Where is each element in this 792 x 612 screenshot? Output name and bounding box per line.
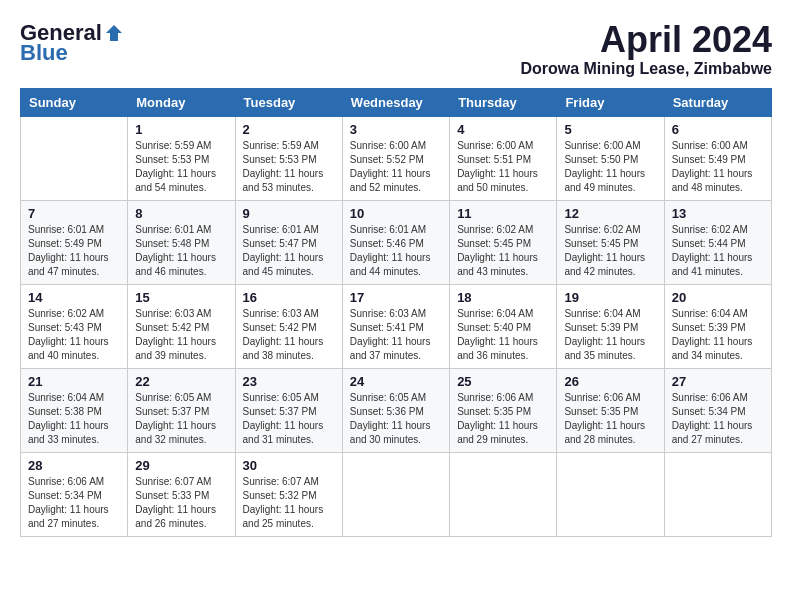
calendar-cell: 16Sunrise: 6:03 AMSunset: 5:42 PMDayligh… [235, 284, 342, 368]
calendar-cell: 17Sunrise: 6:03 AMSunset: 5:41 PMDayligh… [342, 284, 449, 368]
day-number: 2 [243, 122, 335, 137]
calendar-cell [21, 116, 128, 200]
calendar-cell: 9Sunrise: 6:01 AMSunset: 5:47 PMDaylight… [235, 200, 342, 284]
page-header: General Blue April 2024 Dorowa Mining Le… [20, 20, 772, 78]
day-number: 21 [28, 374, 120, 389]
weekday-header-sunday: Sunday [21, 88, 128, 116]
day-number: 8 [135, 206, 227, 221]
weekday-header-friday: Friday [557, 88, 664, 116]
calendar-cell: 12Sunrise: 6:02 AMSunset: 5:45 PMDayligh… [557, 200, 664, 284]
calendar-cell [664, 452, 771, 536]
day-info: Sunrise: 6:06 AMSunset: 5:35 PMDaylight:… [457, 391, 549, 447]
day-info: Sunrise: 6:04 AMSunset: 5:38 PMDaylight:… [28, 391, 120, 447]
day-info: Sunrise: 6:01 AMSunset: 5:49 PMDaylight:… [28, 223, 120, 279]
day-number: 22 [135, 374, 227, 389]
day-number: 27 [672, 374, 764, 389]
weekday-header-wednesday: Wednesday [342, 88, 449, 116]
location-title: Dorowa Mining Lease, Zimbabwe [520, 60, 772, 78]
day-number: 20 [672, 290, 764, 305]
calendar-cell: 21Sunrise: 6:04 AMSunset: 5:38 PMDayligh… [21, 368, 128, 452]
calendar-cell: 24Sunrise: 6:05 AMSunset: 5:36 PMDayligh… [342, 368, 449, 452]
day-number: 4 [457, 122, 549, 137]
day-info: Sunrise: 6:07 AMSunset: 5:33 PMDaylight:… [135, 475, 227, 531]
calendar-cell: 1Sunrise: 5:59 AMSunset: 5:53 PMDaylight… [128, 116, 235, 200]
day-info: Sunrise: 6:05 AMSunset: 5:37 PMDaylight:… [243, 391, 335, 447]
calendar-cell: 26Sunrise: 6:06 AMSunset: 5:35 PMDayligh… [557, 368, 664, 452]
calendar-cell [450, 452, 557, 536]
logo-blue: Blue [20, 40, 68, 66]
day-info: Sunrise: 6:01 AMSunset: 5:47 PMDaylight:… [243, 223, 335, 279]
day-number: 28 [28, 458, 120, 473]
day-number: 17 [350, 290, 442, 305]
day-info: Sunrise: 6:06 AMSunset: 5:35 PMDaylight:… [564, 391, 656, 447]
day-number: 13 [672, 206, 764, 221]
day-info: Sunrise: 6:00 AMSunset: 5:49 PMDaylight:… [672, 139, 764, 195]
day-number: 3 [350, 122, 442, 137]
day-info: Sunrise: 6:02 AMSunset: 5:43 PMDaylight:… [28, 307, 120, 363]
calendar-cell: 25Sunrise: 6:06 AMSunset: 5:35 PMDayligh… [450, 368, 557, 452]
calendar-week-row: 14Sunrise: 6:02 AMSunset: 5:43 PMDayligh… [21, 284, 772, 368]
calendar-cell: 5Sunrise: 6:00 AMSunset: 5:50 PMDaylight… [557, 116, 664, 200]
calendar-cell: 23Sunrise: 6:05 AMSunset: 5:37 PMDayligh… [235, 368, 342, 452]
calendar-cell: 7Sunrise: 6:01 AMSunset: 5:49 PMDaylight… [21, 200, 128, 284]
day-info: Sunrise: 6:02 AMSunset: 5:45 PMDaylight:… [564, 223, 656, 279]
day-info: Sunrise: 6:03 AMSunset: 5:42 PMDaylight:… [135, 307, 227, 363]
calendar-week-row: 21Sunrise: 6:04 AMSunset: 5:38 PMDayligh… [21, 368, 772, 452]
day-info: Sunrise: 6:01 AMSunset: 5:48 PMDaylight:… [135, 223, 227, 279]
weekday-header-monday: Monday [128, 88, 235, 116]
day-info: Sunrise: 6:03 AMSunset: 5:41 PMDaylight:… [350, 307, 442, 363]
weekday-header-saturday: Saturday [664, 88, 771, 116]
logo-icon [104, 23, 124, 43]
day-info: Sunrise: 6:03 AMSunset: 5:42 PMDaylight:… [243, 307, 335, 363]
day-info: Sunrise: 6:05 AMSunset: 5:36 PMDaylight:… [350, 391, 442, 447]
day-number: 6 [672, 122, 764, 137]
day-number: 10 [350, 206, 442, 221]
day-number: 7 [28, 206, 120, 221]
calendar-cell: 29Sunrise: 6:07 AMSunset: 5:33 PMDayligh… [128, 452, 235, 536]
calendar-cell: 10Sunrise: 6:01 AMSunset: 5:46 PMDayligh… [342, 200, 449, 284]
logo: General Blue [20, 20, 124, 66]
day-info: Sunrise: 6:00 AMSunset: 5:52 PMDaylight:… [350, 139, 442, 195]
day-info: Sunrise: 6:05 AMSunset: 5:37 PMDaylight:… [135, 391, 227, 447]
day-number: 11 [457, 206, 549, 221]
day-number: 9 [243, 206, 335, 221]
calendar-cell: 2Sunrise: 5:59 AMSunset: 5:53 PMDaylight… [235, 116, 342, 200]
day-number: 25 [457, 374, 549, 389]
calendar-cell: 20Sunrise: 6:04 AMSunset: 5:39 PMDayligh… [664, 284, 771, 368]
day-info: Sunrise: 6:02 AMSunset: 5:45 PMDaylight:… [457, 223, 549, 279]
day-number: 29 [135, 458, 227, 473]
day-info: Sunrise: 6:00 AMSunset: 5:50 PMDaylight:… [564, 139, 656, 195]
svg-marker-0 [106, 25, 122, 41]
day-info: Sunrise: 6:06 AMSunset: 5:34 PMDaylight:… [28, 475, 120, 531]
weekday-header-tuesday: Tuesday [235, 88, 342, 116]
day-info: Sunrise: 5:59 AMSunset: 5:53 PMDaylight:… [135, 139, 227, 195]
calendar-cell: 4Sunrise: 6:00 AMSunset: 5:51 PMDaylight… [450, 116, 557, 200]
day-number: 14 [28, 290, 120, 305]
day-number: 30 [243, 458, 335, 473]
calendar-cell: 28Sunrise: 6:06 AMSunset: 5:34 PMDayligh… [21, 452, 128, 536]
calendar-week-row: 7Sunrise: 6:01 AMSunset: 5:49 PMDaylight… [21, 200, 772, 284]
day-info: Sunrise: 6:01 AMSunset: 5:46 PMDaylight:… [350, 223, 442, 279]
day-number: 5 [564, 122, 656, 137]
calendar-cell: 13Sunrise: 6:02 AMSunset: 5:44 PMDayligh… [664, 200, 771, 284]
day-number: 12 [564, 206, 656, 221]
day-info: Sunrise: 6:07 AMSunset: 5:32 PMDaylight:… [243, 475, 335, 531]
day-number: 18 [457, 290, 549, 305]
calendar-cell: 3Sunrise: 6:00 AMSunset: 5:52 PMDaylight… [342, 116, 449, 200]
day-info: Sunrise: 6:04 AMSunset: 5:40 PMDaylight:… [457, 307, 549, 363]
calendar-cell [557, 452, 664, 536]
title-section: April 2024 Dorowa Mining Lease, Zimbabwe [520, 20, 772, 78]
day-info: Sunrise: 6:06 AMSunset: 5:34 PMDaylight:… [672, 391, 764, 447]
day-number: 26 [564, 374, 656, 389]
day-number: 24 [350, 374, 442, 389]
day-number: 16 [243, 290, 335, 305]
weekday-header-row: SundayMondayTuesdayWednesdayThursdayFrid… [21, 88, 772, 116]
calendar-cell: 18Sunrise: 6:04 AMSunset: 5:40 PMDayligh… [450, 284, 557, 368]
day-number: 23 [243, 374, 335, 389]
calendar-table: SundayMondayTuesdayWednesdayThursdayFrid… [20, 88, 772, 537]
day-info: Sunrise: 6:00 AMSunset: 5:51 PMDaylight:… [457, 139, 549, 195]
calendar-cell: 15Sunrise: 6:03 AMSunset: 5:42 PMDayligh… [128, 284, 235, 368]
calendar-cell: 27Sunrise: 6:06 AMSunset: 5:34 PMDayligh… [664, 368, 771, 452]
day-number: 1 [135, 122, 227, 137]
calendar-week-row: 28Sunrise: 6:06 AMSunset: 5:34 PMDayligh… [21, 452, 772, 536]
